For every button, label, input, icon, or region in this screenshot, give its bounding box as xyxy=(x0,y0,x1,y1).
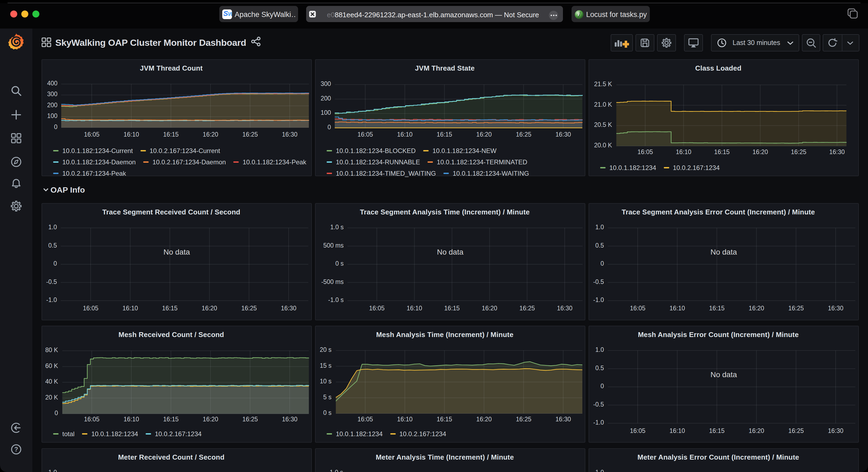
svg-text:?: ? xyxy=(14,446,18,453)
